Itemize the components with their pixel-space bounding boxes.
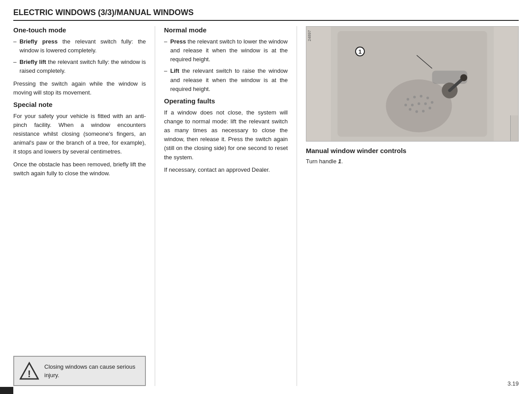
svg-point-6	[413, 96, 416, 98]
svg-point-13	[409, 108, 411, 111]
svg-point-8	[426, 97, 429, 99]
list-item-lift: Lift the relevant switch to raise the wi…	[164, 67, 288, 93]
svg-point-9	[431, 101, 434, 104]
svg-text:!: !	[27, 368, 31, 379]
press-bold: Press	[170, 38, 186, 45]
briefly-lift-bold: Briefly lift	[20, 59, 46, 65]
one-touch-mode-list: Briefly press the relevant switch fully:…	[13, 37, 146, 76]
lift-bold: Lift	[170, 67, 179, 74]
bottom-bar	[0, 387, 13, 394]
svg-point-16	[424, 102, 427, 105]
manual-controls-title: Manual window winder controls	[306, 147, 519, 154]
page-title: ELECTRIC WINDOWS (3/3)/MANUAL WINDOWS	[13, 8, 519, 21]
door-panel-image: 24897	[306, 26, 519, 142]
svg-point-5	[407, 98, 409, 101]
normal-mode-list: Press the relevant switch to lower the w…	[164, 37, 288, 94]
lift-text: the relevant switch to raise the window …	[170, 67, 288, 92]
section-one-touch-mode-title: One-touch mode	[13, 26, 146, 34]
warning-box: ! Closing windows can cause serious inju…	[13, 356, 146, 386]
manual-controls-text: Turn handle 1.	[306, 157, 519, 166]
svg-point-15	[418, 102, 420, 105]
svg-point-14	[404, 104, 407, 106]
list-item-briefly-press: Briefly press the relevant switch fully:…	[13, 37, 146, 55]
one-touch-para: Pressing the switch again while the wind…	[13, 79, 146, 97]
section-operating-faults-title: Operating faults	[164, 97, 288, 105]
list-item-briefly-lift: Briefly lift the relevant switch fully: …	[13, 58, 146, 75]
handle-number-bold: 1	[338, 158, 341, 165]
door-panel-svg	[306, 27, 518, 141]
svg-point-21	[460, 74, 467, 81]
section-special-note-title: Special note	[13, 101, 146, 108]
svg-point-12	[415, 110, 418, 113]
operating-faults-para1: If a window does not close, the system w…	[164, 108, 288, 162]
side-tab	[510, 115, 518, 142]
turn-handle-text: Turn handle	[306, 158, 338, 165]
warning-icon: !	[20, 361, 39, 381]
list-item-press: Press the relevant switch to lower the w…	[164, 37, 288, 64]
svg-point-10	[429, 107, 431, 110]
turn-handle-period: .	[341, 158, 343, 165]
operating-faults-para2: If necessary, contact an approved Dealer…	[164, 165, 288, 174]
briefly-press-bold: Briefly press	[20, 38, 58, 45]
image-label: 24897	[307, 30, 312, 41]
svg-point-17	[411, 104, 414, 106]
section-normal-mode-title: Normal mode	[164, 26, 288, 34]
special-note-para1: For your safety your vehicle is fitted w…	[13, 112, 146, 157]
special-note-para2: Once the obstacle has been removed, brie…	[13, 160, 146, 178]
svg-point-4	[386, 79, 452, 132]
number-badge-1: 1	[355, 47, 365, 56]
press-text: the relevant switch to lower the window …	[170, 38, 288, 63]
page-number: 3.19	[508, 380, 519, 387]
warning-text: Closing windows can cause serious injury…	[44, 362, 140, 380]
svg-point-11	[422, 110, 425, 113]
svg-point-7	[420, 95, 422, 98]
